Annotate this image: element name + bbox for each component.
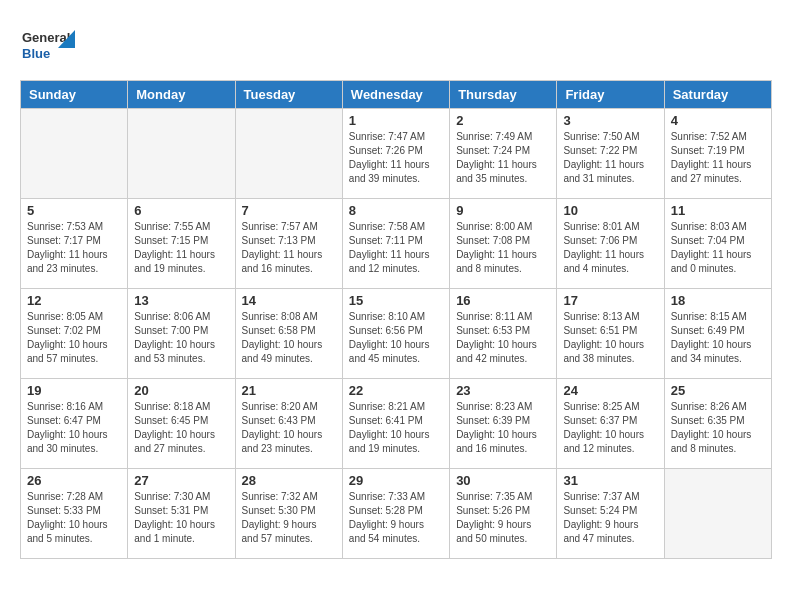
day-number: 9 <box>456 203 550 218</box>
svg-text:Blue: Blue <box>22 46 50 61</box>
day-info: Sunrise: 8:06 AM Sunset: 7:00 PM Dayligh… <box>134 310 228 366</box>
calendar-cell <box>128 109 235 199</box>
day-info: Sunrise: 7:55 AM Sunset: 7:15 PM Dayligh… <box>134 220 228 276</box>
day-info: Sunrise: 8:25 AM Sunset: 6:37 PM Dayligh… <box>563 400 657 456</box>
day-info: Sunrise: 7:58 AM Sunset: 7:11 PM Dayligh… <box>349 220 443 276</box>
day-number: 12 <box>27 293 121 308</box>
day-number: 19 <box>27 383 121 398</box>
day-info: Sunrise: 7:37 AM Sunset: 5:24 PM Dayligh… <box>563 490 657 546</box>
calendar-cell: 25Sunrise: 8:26 AM Sunset: 6:35 PM Dayli… <box>664 379 771 469</box>
day-info: Sunrise: 8:18 AM Sunset: 6:45 PM Dayligh… <box>134 400 228 456</box>
day-info: Sunrise: 8:08 AM Sunset: 6:58 PM Dayligh… <box>242 310 336 366</box>
day-number: 28 <box>242 473 336 488</box>
calendar-cell: 7Sunrise: 7:57 AM Sunset: 7:13 PM Daylig… <box>235 199 342 289</box>
logo: General Blue <box>20 20 75 70</box>
day-number: 5 <box>27 203 121 218</box>
logo-icon: General Blue <box>20 20 75 70</box>
calendar-cell: 27Sunrise: 7:30 AM Sunset: 5:31 PM Dayli… <box>128 469 235 559</box>
day-number: 15 <box>349 293 443 308</box>
calendar-cell: 29Sunrise: 7:33 AM Sunset: 5:28 PM Dayli… <box>342 469 449 559</box>
calendar-cell: 21Sunrise: 8:20 AM Sunset: 6:43 PM Dayli… <box>235 379 342 469</box>
day-info: Sunrise: 7:52 AM Sunset: 7:19 PM Dayligh… <box>671 130 765 186</box>
day-info: Sunrise: 8:20 AM Sunset: 6:43 PM Dayligh… <box>242 400 336 456</box>
day-of-week-header: Friday <box>557 81 664 109</box>
day-info: Sunrise: 7:53 AM Sunset: 7:17 PM Dayligh… <box>27 220 121 276</box>
calendar-week-row: 26Sunrise: 7:28 AM Sunset: 5:33 PM Dayli… <box>21 469 772 559</box>
day-info: Sunrise: 8:05 AM Sunset: 7:02 PM Dayligh… <box>27 310 121 366</box>
day-number: 8 <box>349 203 443 218</box>
day-number: 31 <box>563 473 657 488</box>
day-number: 25 <box>671 383 765 398</box>
calendar-cell: 8Sunrise: 7:58 AM Sunset: 7:11 PM Daylig… <box>342 199 449 289</box>
calendar-cell: 3Sunrise: 7:50 AM Sunset: 7:22 PM Daylig… <box>557 109 664 199</box>
day-number: 26 <box>27 473 121 488</box>
day-number: 11 <box>671 203 765 218</box>
day-info: Sunrise: 7:30 AM Sunset: 5:31 PM Dayligh… <box>134 490 228 546</box>
calendar-cell: 4Sunrise: 7:52 AM Sunset: 7:19 PM Daylig… <box>664 109 771 199</box>
day-number: 2 <box>456 113 550 128</box>
calendar-cell <box>235 109 342 199</box>
calendar-week-row: 5Sunrise: 7:53 AM Sunset: 7:17 PM Daylig… <box>21 199 772 289</box>
calendar-cell: 13Sunrise: 8:06 AM Sunset: 7:00 PM Dayli… <box>128 289 235 379</box>
calendar-cell: 26Sunrise: 7:28 AM Sunset: 5:33 PM Dayli… <box>21 469 128 559</box>
day-info: Sunrise: 7:57 AM Sunset: 7:13 PM Dayligh… <box>242 220 336 276</box>
page-header: General Blue <box>20 20 772 70</box>
day-number: 14 <box>242 293 336 308</box>
calendar-cell: 22Sunrise: 8:21 AM Sunset: 6:41 PM Dayli… <box>342 379 449 469</box>
calendar-cell: 10Sunrise: 8:01 AM Sunset: 7:06 PM Dayli… <box>557 199 664 289</box>
day-of-week-header: Sunday <box>21 81 128 109</box>
day-info: Sunrise: 8:16 AM Sunset: 6:47 PM Dayligh… <box>27 400 121 456</box>
day-number: 18 <box>671 293 765 308</box>
day-info: Sunrise: 7:50 AM Sunset: 7:22 PM Dayligh… <box>563 130 657 186</box>
day-number: 10 <box>563 203 657 218</box>
calendar-week-row: 1Sunrise: 7:47 AM Sunset: 7:26 PM Daylig… <box>21 109 772 199</box>
day-info: Sunrise: 8:13 AM Sunset: 6:51 PM Dayligh… <box>563 310 657 366</box>
calendar-cell: 9Sunrise: 8:00 AM Sunset: 7:08 PM Daylig… <box>450 199 557 289</box>
day-number: 13 <box>134 293 228 308</box>
calendar-cell: 18Sunrise: 8:15 AM Sunset: 6:49 PM Dayli… <box>664 289 771 379</box>
calendar-cell: 6Sunrise: 7:55 AM Sunset: 7:15 PM Daylig… <box>128 199 235 289</box>
day-number: 3 <box>563 113 657 128</box>
day-number: 1 <box>349 113 443 128</box>
day-info: Sunrise: 7:33 AM Sunset: 5:28 PM Dayligh… <box>349 490 443 546</box>
day-info: Sunrise: 8:15 AM Sunset: 6:49 PM Dayligh… <box>671 310 765 366</box>
day-info: Sunrise: 7:47 AM Sunset: 7:26 PM Dayligh… <box>349 130 443 186</box>
day-number: 6 <box>134 203 228 218</box>
calendar-cell: 23Sunrise: 8:23 AM Sunset: 6:39 PM Dayli… <box>450 379 557 469</box>
day-of-week-header: Saturday <box>664 81 771 109</box>
day-info: Sunrise: 7:28 AM Sunset: 5:33 PM Dayligh… <box>27 490 121 546</box>
calendar-header-row: SundayMondayTuesdayWednesdayThursdayFrid… <box>21 81 772 109</box>
day-of-week-header: Wednesday <box>342 81 449 109</box>
day-of-week-header: Thursday <box>450 81 557 109</box>
day-info: Sunrise: 8:26 AM Sunset: 6:35 PM Dayligh… <box>671 400 765 456</box>
calendar-cell: 31Sunrise: 7:37 AM Sunset: 5:24 PM Dayli… <box>557 469 664 559</box>
calendar-cell: 16Sunrise: 8:11 AM Sunset: 6:53 PM Dayli… <box>450 289 557 379</box>
calendar-cell: 12Sunrise: 8:05 AM Sunset: 7:02 PM Dayli… <box>21 289 128 379</box>
calendar-table: SundayMondayTuesdayWednesdayThursdayFrid… <box>20 80 772 559</box>
day-number: 17 <box>563 293 657 308</box>
calendar-cell: 15Sunrise: 8:10 AM Sunset: 6:56 PM Dayli… <box>342 289 449 379</box>
day-info: Sunrise: 8:21 AM Sunset: 6:41 PM Dayligh… <box>349 400 443 456</box>
day-number: 20 <box>134 383 228 398</box>
day-number: 16 <box>456 293 550 308</box>
day-info: Sunrise: 8:01 AM Sunset: 7:06 PM Dayligh… <box>563 220 657 276</box>
day-info: Sunrise: 7:32 AM Sunset: 5:30 PM Dayligh… <box>242 490 336 546</box>
day-number: 23 <box>456 383 550 398</box>
calendar-cell <box>664 469 771 559</box>
calendar-cell: 14Sunrise: 8:08 AM Sunset: 6:58 PM Dayli… <box>235 289 342 379</box>
calendar-cell: 17Sunrise: 8:13 AM Sunset: 6:51 PM Dayli… <box>557 289 664 379</box>
day-of-week-header: Monday <box>128 81 235 109</box>
day-info: Sunrise: 8:00 AM Sunset: 7:08 PM Dayligh… <box>456 220 550 276</box>
day-info: Sunrise: 8:11 AM Sunset: 6:53 PM Dayligh… <box>456 310 550 366</box>
day-info: Sunrise: 7:49 AM Sunset: 7:24 PM Dayligh… <box>456 130 550 186</box>
day-number: 30 <box>456 473 550 488</box>
calendar-week-row: 19Sunrise: 8:16 AM Sunset: 6:47 PM Dayli… <box>21 379 772 469</box>
day-number: 29 <box>349 473 443 488</box>
day-number: 4 <box>671 113 765 128</box>
calendar-cell: 5Sunrise: 7:53 AM Sunset: 7:17 PM Daylig… <box>21 199 128 289</box>
day-number: 24 <box>563 383 657 398</box>
day-info: Sunrise: 8:23 AM Sunset: 6:39 PM Dayligh… <box>456 400 550 456</box>
calendar-cell: 28Sunrise: 7:32 AM Sunset: 5:30 PM Dayli… <box>235 469 342 559</box>
day-number: 7 <box>242 203 336 218</box>
day-number: 21 <box>242 383 336 398</box>
